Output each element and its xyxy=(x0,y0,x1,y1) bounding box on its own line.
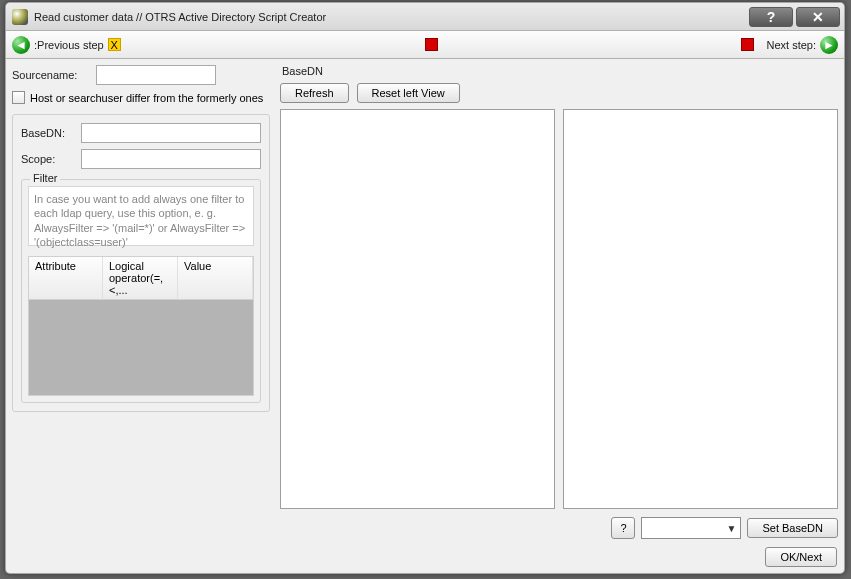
reset-left-view-button[interactable]: Reset left View xyxy=(357,83,460,103)
result-panes xyxy=(280,109,838,509)
filter-table-header: Attribute Logical operator(=,<,... Value xyxy=(28,256,254,300)
next-step-icon[interactable]: ► xyxy=(820,36,838,54)
set-basedn-button[interactable]: Set BaseDN xyxy=(747,518,838,538)
window-title: Read customer data // OTRS Active Direct… xyxy=(34,11,746,23)
host-differ-label: Host or searchuser differ from the forme… xyxy=(30,92,263,104)
basedn-combo[interactable]: ▼ xyxy=(641,517,741,539)
left-column: Sourcename: Host or searchuser differ fr… xyxy=(12,65,270,567)
ok-next-button[interactable]: OK/Next xyxy=(765,547,837,567)
chevron-down-icon: ▼ xyxy=(727,523,737,534)
filter-hint: In case you want to add always one filte… xyxy=(28,186,254,246)
app-icon xyxy=(12,9,28,25)
host-differ-checkbox[interactable] xyxy=(12,91,25,104)
right-column: BaseDN Refresh Reset left View ? ▼ Set B… xyxy=(280,65,838,567)
help-window-button[interactable]: ? xyxy=(749,7,793,27)
sourcename-label: Sourcename: xyxy=(12,69,92,81)
help-button[interactable]: ? xyxy=(611,517,635,539)
nav-bar: ◄ :Previous step X Next step: ► xyxy=(6,31,844,59)
basedn-field-label: BaseDN: xyxy=(21,127,77,139)
next-step-label[interactable]: Next step: xyxy=(766,39,816,51)
left-result-pane[interactable] xyxy=(280,109,555,509)
client-area: Sourcename: Host or searchuser differ fr… xyxy=(6,59,844,573)
title-bar: Read customer data // OTRS Active Direct… xyxy=(6,3,844,31)
connection-group: BaseDN: Scope: Filter In case you want t… xyxy=(12,114,270,412)
status-square-yellow: X xyxy=(108,38,121,51)
refresh-button[interactable]: Refresh xyxy=(280,83,349,103)
filter-fieldset: Filter In case you want to add always on… xyxy=(21,179,261,403)
previous-step-icon[interactable]: ◄ xyxy=(12,36,30,54)
status-square-red-right xyxy=(741,38,754,51)
previous-step-label[interactable]: :Previous step xyxy=(34,39,104,51)
sourcename-input[interactable] xyxy=(96,65,216,85)
basedn-section-label: BaseDN xyxy=(280,65,838,77)
status-square-red-center xyxy=(425,38,438,51)
filter-legend: Filter xyxy=(30,172,60,184)
right-result-pane[interactable] xyxy=(563,109,838,509)
basedn-input[interactable] xyxy=(81,123,261,143)
col-operator[interactable]: Logical operator(=,<,... xyxy=(103,257,178,299)
col-attribute[interactable]: Attribute xyxy=(29,257,103,299)
filter-table-body[interactable] xyxy=(28,300,254,396)
close-window-button[interactable]: ✕ xyxy=(796,7,840,27)
scope-input[interactable] xyxy=(81,149,261,169)
scope-field-label: Scope: xyxy=(21,153,77,165)
col-value[interactable]: Value xyxy=(178,257,253,299)
app-window: Read customer data // OTRS Active Direct… xyxy=(5,2,845,574)
